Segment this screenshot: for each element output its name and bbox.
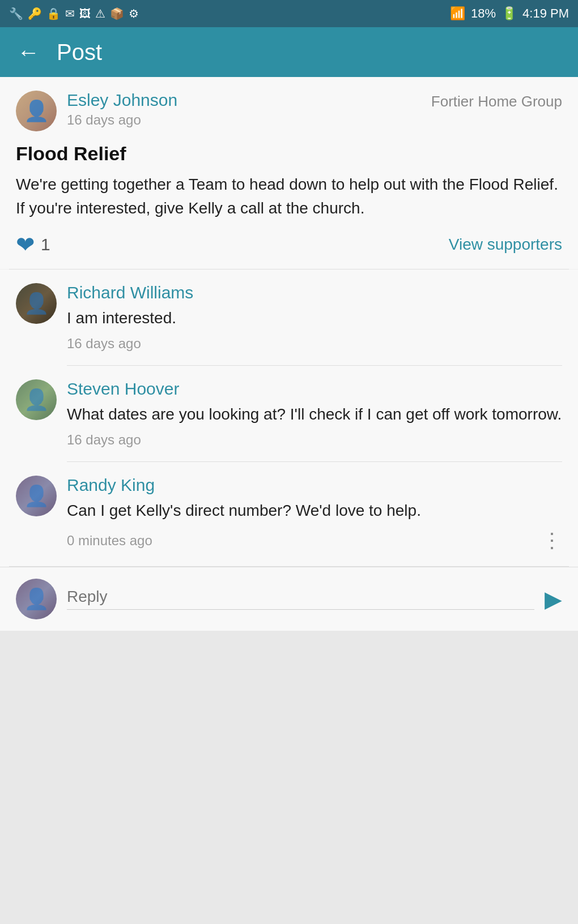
post-group: Fortier Home Group [431,91,562,110]
wrench-icon: 🔧 [9,7,23,20]
status-bar: 🔧 🔑 🔒 ✉ 🖼 ⚠ 📦 ⚙ 📶 18% 🔋 4:19 PM [0,0,578,27]
comment-footer: 16 days ago [67,336,562,352]
comment-footer: 16 days ago [67,432,562,448]
like-count: 1 [41,235,50,254]
commenter-avatar: 👤 [16,379,57,420]
back-button[interactable]: ← [17,40,40,65]
time-display: 4:19 PM [522,6,569,21]
comment-item: 👤 Steven Hoover What dates are you looki… [0,366,578,461]
author-info: Esley Johnson 16 days ago [67,91,177,128]
commenter-name[interactable]: Randy King [67,476,562,495]
status-icons-left: 🔧 🔑 🔒 ✉ 🖼 ⚠ 📦 ⚙ [9,7,139,20]
main-content: 👤 Esley Johnson 16 days ago Fortier Home… [0,77,578,631]
commenter-avatar: 👤 [16,283,57,324]
reply-input[interactable] [67,588,534,610]
comment-text: I am interested. [67,307,562,329]
comment-time: 0 minutes ago [67,533,152,549]
comment-time: 16 days ago [67,432,141,448]
battery-percent: 18% [471,6,496,21]
comment-item: 👤 Randy King Can I get Kelly's direct nu… [0,462,578,566]
key-icon: 🔑 [28,7,42,20]
send-button[interactable]: ▶ [545,586,562,612]
settings-icon: ⚙ [129,7,139,20]
image-icon: 🖼 [79,7,91,20]
lock-icon: 🔒 [46,7,61,20]
comment-item: 👤 Richard Williams I am interested. 16 d… [0,270,578,365]
comment-body: Richard Williams I am interested. 16 day… [67,283,562,365]
post-title: Flood Relief [16,143,562,165]
box-icon: 📦 [110,7,124,20]
post-body: Flood Relief We're getting together a Te… [0,131,578,220]
comment-body: Steven Hoover What dates are you looking… [67,379,562,461]
page-title: Post [57,40,102,65]
comment-footer: 0 minutes ago ⋮ [67,529,562,553]
post-time: 16 days ago [67,112,177,128]
comment-time: 16 days ago [67,336,141,352]
reply-bar: 👤 ▶ [0,567,578,631]
current-user-avatar: 👤 [16,579,57,619]
commenter-name[interactable]: Steven Hoover [67,379,562,399]
wifi-icon: 📶 [450,6,465,21]
status-icons-right: 📶 18% 🔋 4:19 PM [450,6,569,21]
commenter-name[interactable]: Richard Williams [67,283,562,302]
commenter-avatar: 👤 [16,476,57,516]
author-name[interactable]: Esley Johnson [67,91,177,110]
post-author-section: 👤 Esley Johnson 16 days ago [16,91,177,131]
post-header: 👤 Esley Johnson 16 days ago Fortier Home… [0,77,578,131]
author-avatar: 👤 [16,91,57,131]
like-section[interactable]: ❤ 1 [16,232,50,258]
post-text: We're getting together a Team to head do… [16,173,562,220]
comment-body: Randy King Can I get Kelly's direct numb… [67,476,562,566]
like-bar: ❤ 1 View supporters [0,220,578,269]
mail-icon: ✉ [65,7,75,20]
view-supporters-button[interactable]: View supporters [449,236,562,254]
more-options-icon[interactable]: ⋮ [542,529,562,553]
comment-text: Can I get Kelly's direct number? We'd lo… [67,499,562,521]
heart-icon[interactable]: ❤ [16,232,35,258]
battery-icon: 🔋 [502,6,517,21]
top-bar: ← Post [0,27,578,77]
warning-icon: ⚠ [95,7,105,20]
comments-section: 👤 Richard Williams I am interested. 16 d… [0,270,578,631]
comment-text: What dates are you looking at? I'll chec… [67,403,562,425]
